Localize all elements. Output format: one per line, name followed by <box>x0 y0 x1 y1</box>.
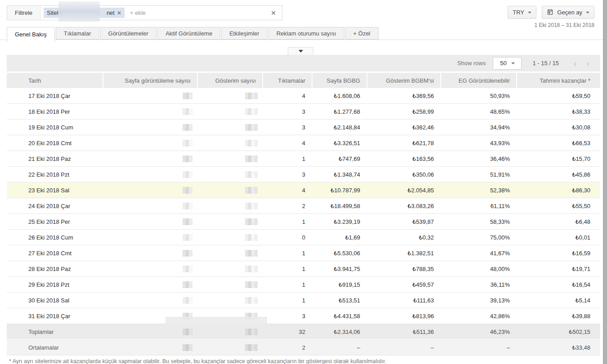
value-cell: 41,67% <box>440 245 516 261</box>
redacted-value <box>245 344 258 351</box>
previous-page-button[interactable]: ‹ <box>569 59 581 68</box>
redacted-cell <box>103 135 197 151</box>
value-cell: ₺0,01 <box>516 230 600 245</box>
table-row: 27 Eki 2018 Cmt1₺5.530,06₺1.382,5141,67%… <box>7 245 600 261</box>
value-cell: ₺2.054,85 <box>366 182 440 198</box>
date-preset-label: Geçen ay <box>557 9 582 16</box>
currency-selector[interactable]: TRY <box>508 6 536 19</box>
value-cell: ₺1.348,74 <box>312 167 366 182</box>
table-row: 31 Eki 2018 Çar3₺4.431,58₺813,9642,86%₺3… <box>7 308 600 324</box>
add-filter-placeholder[interactable]: + ekle <box>130 9 146 16</box>
value-cell: ₺747,69 <box>312 151 366 166</box>
redacted-value <box>245 203 258 209</box>
value-cell: 51,91% <box>440 167 516 182</box>
redacted-value <box>245 171 258 178</box>
tab-tıklamalar[interactable]: Tıklamalar <box>56 27 99 40</box>
table-row: 19 Eki 2018 Cum3₺2.148,84₺362,4634,94%₺3… <box>7 120 600 135</box>
redacted-value <box>183 124 192 131</box>
value-cell: ₺66,53 <box>516 135 600 151</box>
value-cell: ₺513,51 <box>312 293 366 308</box>
redacted-cell <box>103 261 197 276</box>
redacted-value <box>183 234 192 241</box>
redacted-cell <box>197 198 262 213</box>
collapse-chart-button[interactable] <box>288 47 313 55</box>
redacted-cell <box>103 324 197 339</box>
value-cell: 52,38% <box>440 182 516 198</box>
value-cell: ₺0,32 <box>366 230 440 245</box>
table-row: 20 Eki 2018 Cmt4₺3.326,51₺621,7843,93%₺6… <box>7 135 600 151</box>
redacted-value <box>245 218 258 225</box>
redacted-value <box>245 108 258 115</box>
value-cell: 2 <box>262 198 312 213</box>
summary-row-totals: Toplamlar32₺2.314,06₺511,3646,23%₺502,15 <box>7 324 600 340</box>
table-toolbar: Show rows 50 1 - 15 / 15 ‹ › <box>7 55 600 71</box>
tab-reklam-oturumu-sayısı[interactable]: Reklam oturumu sayısı <box>268 27 344 40</box>
redacted-value <box>183 328 192 335</box>
vertical-scrollbar[interactable] <box>603 0 607 364</box>
clear-filters-icon[interactable]: ✕ <box>271 9 276 17</box>
tab-özel[interactable]: + Özel <box>345 27 379 40</box>
redacted-cell <box>103 230 197 245</box>
redacted-cell <box>197 230 262 245</box>
date-cell: Toplamlar <box>7 324 103 339</box>
redacted-value <box>245 297 258 304</box>
table-row: 30 Eki 2018 Sal1₺513,51₺111,6339,13%₺5,1… <box>7 293 600 308</box>
date-cell: 22 Eki 2018 Pzt <box>7 167 103 182</box>
redacted-cell <box>197 324 262 339</box>
redacted-cell <box>103 293 197 308</box>
privacy-blur-overlay <box>58 1 100 22</box>
chevron-down-icon <box>586 12 589 13</box>
redacted-cell <box>103 214 197 229</box>
value-cell: ₺6,48 <box>516 214 600 229</box>
redacted-value <box>245 266 258 272</box>
value-cell: 39,13% <box>440 293 516 308</box>
value-cell: 4 <box>262 182 312 198</box>
column-header-tahmini-kazançlar[interactable]: Tahmini kazançlar * <box>516 73 600 88</box>
value-cell: ₺539,87 <box>366 214 440 229</box>
chip-domain-suffix: net <box>107 9 115 16</box>
value-cell: 34,94% <box>440 120 516 135</box>
value-cell: 4 <box>262 135 312 151</box>
date-cell: 24 Eki 2018 Çar <box>7 198 103 213</box>
redacted-value <box>245 124 258 131</box>
redacted-cell <box>197 277 262 292</box>
column-header-sayfa-görüntüleme-sayısı[interactable]: Sayfa görüntüleme sayısı <box>103 73 197 88</box>
value-cell: 50,93% <box>440 88 516 103</box>
column-header-tarih[interactable]: Tarih <box>7 73 103 88</box>
column-header-sayfa-bgbg[interactable]: Sayfa BGBG <box>312 73 366 88</box>
tab-genel-bakış[interactable]: Genel Bakış <box>7 27 55 42</box>
tab-aktif-görüntüleme[interactable]: Aktif Görüntüleme <box>157 27 220 40</box>
column-header-gösterim-sayısı[interactable]: Gösterim sayısı <box>197 73 262 88</box>
column-header-tıklamalar[interactable]: Tıklamalar <box>262 73 312 88</box>
value-cell: 4 <box>262 88 312 103</box>
value-cell: 1 <box>262 293 312 308</box>
table-row: 21 Eki 2018 Paz1₺747,69₺163,5636,46%₺15,… <box>7 151 600 167</box>
value-cell: ₺2.148,84 <box>312 120 366 135</box>
rows-per-page-select[interactable]: 50 <box>493 57 522 70</box>
date-cell: 29 Eki 2018 Pzt <box>7 277 103 292</box>
redacted-cell <box>103 104 197 119</box>
date-cell: 31 Eki 2018 Çar <box>7 308 103 324</box>
chip-remove-icon[interactable]: ✕ <box>117 10 121 16</box>
next-page-button[interactable]: › <box>581 59 594 68</box>
tab-etkileşimler[interactable]: Etkileşimler <box>221 27 267 40</box>
value-cell: ₺19,71 <box>516 261 600 276</box>
summary-row-averages: Ortalamalar2–––₺33,48 <box>7 340 600 355</box>
column-header-gösterim-bgbm-si[interactable]: Gösterim BGBM'si <box>366 73 440 88</box>
tab-görüntülemeler[interactable]: Görüntülemeler <box>100 27 157 40</box>
redacted-value <box>183 297 192 304</box>
value-cell: ₺813,96 <box>366 308 440 324</box>
redacted-cell <box>103 340 197 355</box>
redacted-value <box>245 140 258 146</box>
date-cell: Ortalamalar <box>7 340 103 355</box>
chevron-down-icon <box>511 62 515 64</box>
value-cell: ₺1,69 <box>312 230 366 245</box>
date-range-selector[interactable]: Geçen ay <box>542 6 594 19</box>
redacted-value <box>245 250 258 257</box>
value-cell: ₺16,59 <box>516 245 600 261</box>
value-cell: 43,93% <box>440 135 516 151</box>
value-cell: 2 <box>262 340 312 355</box>
value-cell: ₺459,57 <box>366 277 440 292</box>
value-cell: ₺15,70 <box>516 151 600 166</box>
column-header-eg-görüntülenebilir[interactable]: EG Görüntülenebilir <box>440 73 516 88</box>
